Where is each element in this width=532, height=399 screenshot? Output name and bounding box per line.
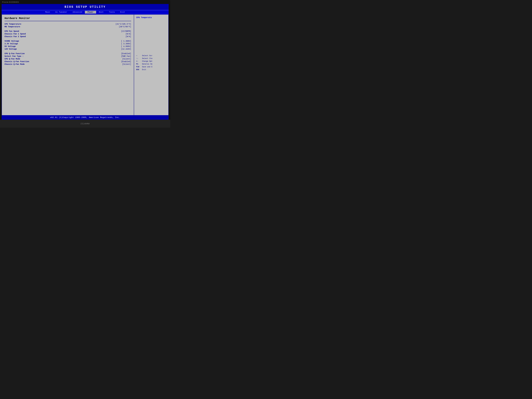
section-title: Hardware Monitor [5,17,131,20]
cpu-fan-label: CPU Fan Speed [5,30,19,32]
12v-label: 12V Voltage [5,48,17,50]
key-help-f1: F1 General He [136,63,166,65]
row-select-fan-type: Select Fan Type : [PWM Fan] [5,55,131,57]
mb-temp-label: MB Temperature [5,26,20,28]
row-5v: 5V Voltage [ 4.999V] [5,45,131,47]
nav-tab-main[interactable]: Main [43,11,53,13]
monitor-brand-top: ProLite E2209HDS [2,1,19,3]
row-chassis-fan2: Chassis Fan 2 Speed [N/A] [5,36,131,38]
chassis-qfan-mode-label: Chassis Q-Fan Mode [5,63,25,65]
row-12v: 12V Voltage [12.444V] [5,48,131,50]
row-chassis-qfan-func: Chassis Q-Fan Function [Enabled] [5,61,131,63]
chassis-qfan-func-label: Chassis Q-Fan Function [5,61,29,63]
chassis-fan1-value: [N/A] [126,33,131,35]
chassis-fan2-value: [N/A] [126,36,131,38]
key-sym-esc: ESC [136,69,141,71]
right-panel: CPU Temperatu ↔ Select Scr ↑↓ Select Ite… [134,14,169,117]
row-vcore: VCORE Voltage [ 1.360V] [5,40,131,42]
row-cpu-qfan-mode: CPU Q-Fan Mode [Silent] [5,58,131,60]
cpu-qfan-mode-label: CPU Q-Fan Mode [5,58,20,60]
vcore-label: VCORE Voltage [5,40,19,42]
chassis-fan1-label: Chassis Fan 1 Speed [5,33,26,35]
12v-value: [12.444V] [121,48,131,50]
key-desc-f10: Save and E [142,66,152,68]
key-sym-updown: ↑↓ [136,57,141,59]
5v-label: 5V Voltage [5,45,16,47]
33v-value: [ 3.399V] [121,43,131,45]
cpu-qfan-mode-value: [Silent] [122,58,131,60]
nav-tab-advanced[interactable]: Advanced [70,11,85,13]
5v-value: [ 4.999V] [121,45,131,47]
left-panel: Hardware Monitor CPU Temperature [41°C/1… [2,14,134,117]
key-sym-leftright: ↔ [136,55,141,57]
mb-temp-value: [30°C/86°F] [119,26,131,28]
row-chassis-fan1: Chassis Fan 1 Speed [N/A] [5,33,131,35]
key-help-leftright: ↔ Select Scr [136,55,166,57]
cpu-temp-label: CPU Temperature [5,23,21,25]
key-help-f10: F10 Save and E [136,66,166,68]
key-help-plusminus: +- Change Opt [136,60,166,62]
nav-tab-exit[interactable]: Exit [118,11,128,13]
key-desc-f1: General He [142,63,152,65]
footer-text: v02.61 (C)Copyright 1985-2009, American … [50,116,120,119]
footer-bar: v02.61 (C)Copyright 1985-2009, American … [2,115,169,120]
select-fan-type-value: [PWM Fan] [121,55,131,57]
nav-bar: Main Ai Tweaker Advanced Power Boot Tool… [2,10,169,14]
key-desc-updown: Select Ite [142,57,152,59]
chassis-qfan-mode-value: [Silent] [122,63,131,65]
right-panel-title: CPU Temperatu [136,17,166,19]
cpu-qfan-func-label: CPU Q-Fan Function [5,52,25,55]
cpu-fan-value: [2170RPM] [121,30,131,32]
vcore-value: [ 1.360V] [121,40,131,42]
bios-title: BIOS SETUP UTILITY [64,5,106,9]
key-desc-leftright: Select Scr [142,55,152,57]
monitor-outer: ProLite E2209HDS BIOS SETUP UTILITY Main… [0,0,170,128]
screen: BIOS SETUP UTILITY Main Ai Tweaker Advan… [2,4,169,120]
divider [5,21,131,21]
spacer-2 [5,38,131,40]
key-sym-f1: F1 [136,63,141,65]
key-desc-esc: Exit [142,69,146,71]
key-desc-plusminus: Change Opt [142,60,152,62]
key-sym-f10: F10 [136,66,141,68]
row-chassis-qfan-mode: Chassis Q-Fan Mode [Silent] [5,63,131,65]
key-help-esc: ESC Exit [136,69,166,71]
key-sym-plusminus: +- [136,60,141,62]
row-cpu-fan: CPU Fan Speed [2170RPM] [5,30,131,32]
chassis-qfan-func-value: [Enabled] [121,61,131,63]
nav-tab-aitweaker[interactable]: Ai Tweaker [53,11,70,13]
spacer-3 [5,51,131,52]
nav-tab-boot[interactable]: Boot [96,11,106,13]
key-help-updown: ↑↓ Select Ite [136,57,166,59]
monitor-brand-bottom: iiyama [81,122,90,125]
row-mb-temp: MB Temperature [30°C/86°F] [5,26,131,28]
monitor-bottom: iiyama [0,120,170,128]
chassis-fan2-label: Chassis Fan 2 Speed [5,36,26,38]
row-33v: 3.3V Voltage [ 3.399V] [5,43,131,45]
cpu-qfan-func-value: [Enabled] [121,52,131,55]
row-cpu-temp: CPU Temperature [41°C/105.5°F] [5,23,131,25]
nav-tab-tools[interactable]: Tools [106,11,118,13]
cpu-temp-value: [41°C/105.5°F] [115,23,131,25]
spacer-1 [5,28,131,30]
bios-header: BIOS SETUP UTILITY [2,4,169,10]
33v-label: 3.3V Voltage [5,43,18,45]
nav-tab-power[interactable]: Power [85,11,96,13]
select-fan-type-label: Select Fan Type : [5,55,24,57]
main-content: Hardware Monitor CPU Temperature [41°C/1… [2,14,169,117]
row-cpu-qfan-func: CPU Q-Fan Function [Enabled] [5,52,131,55]
